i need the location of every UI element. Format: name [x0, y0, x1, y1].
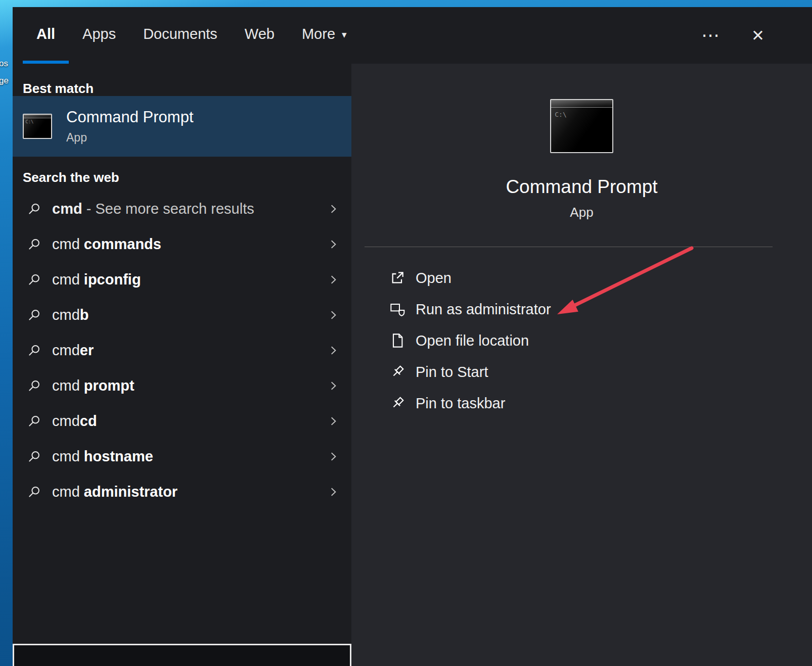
pin-to-start-icon [389, 364, 405, 380]
context-action-label: Open file location [416, 332, 529, 349]
action-open-file-location[interactable]: Open file location [351, 325, 812, 356]
tab-documents[interactable]: Documents [129, 7, 231, 64]
web-search-suggestion[interactable]: cmd ipconfig [13, 262, 351, 297]
tab-label: Web [245, 26, 275, 42]
more-options-icon[interactable]: ⋯ [697, 23, 725, 47]
search-tabs: All Apps Documents Web More ▾ [23, 7, 360, 64]
web-search-suggestion[interactable]: cmd prompt [13, 368, 351, 403]
open-icon [389, 270, 405, 286]
search-icon [28, 237, 41, 251]
tab-label: Apps [82, 26, 116, 42]
tab-more[interactable]: More ▾ [288, 7, 360, 64]
web-search-suggestion[interactable]: cmdb [13, 297, 351, 332]
web-search-suggestion[interactable]: cmd hostname [13, 439, 351, 474]
action-run-as-administrator[interactable]: Run as administrator [351, 294, 812, 325]
context-action-label: Run as administrator [416, 301, 551, 318]
web-search-suggestion[interactable]: cmd commands [13, 226, 351, 262]
chevron-right-icon[interactable] [328, 451, 339, 462]
chevron-right-icon[interactable] [328, 239, 339, 250]
context-action-label: Open [416, 270, 452, 287]
web-search-suggestion[interactable]: cmd - See more search results [13, 191, 351, 226]
web-search-suggestion[interactable]: cmd administrator [13, 474, 351, 509]
topbar-right-controls: ⋯ ✕ [697, 7, 812, 64]
chevron-right-icon[interactable] [328, 203, 339, 215]
search-results-column: Best match C:\ Command Prompt App Search… [13, 64, 351, 666]
suggestion-text: cmd commands [52, 236, 161, 253]
best-match-subtitle: App [66, 131, 194, 145]
chevron-right-icon[interactable] [328, 309, 339, 321]
suggestion-text: cmd administrator [52, 484, 177, 500]
tab-label: Documents [143, 26, 217, 42]
tab-all[interactable]: All [23, 7, 69, 64]
context-action-label: Pin to Start [416, 364, 488, 380]
search-icon [28, 273, 41, 287]
context-actions-list: Open Run as administrator Open file loca… [351, 262, 812, 419]
search-icon [28, 414, 41, 428]
context-action-label: Pin to taskbar [416, 395, 505, 412]
suggestion-text: cmd hostname [52, 448, 153, 465]
close-icon[interactable]: ✕ [747, 23, 769, 48]
chevron-right-icon[interactable] [328, 486, 339, 498]
chevron-down-icon: ▾ [342, 29, 347, 40]
command-prompt-icon: C:\ [23, 114, 52, 139]
command-prompt-icon: C:\ [550, 99, 613, 153]
suggestion-text: cmd ipconfig [52, 271, 141, 288]
search-tabs-bar: All Apps Documents Web More ▾ ⋯ ✕ [13, 7, 812, 64]
detail-app-subtitle: App [351, 205, 812, 220]
search-the-web-section-label: Search the web [23, 170, 351, 185]
suggestion-text: cmdcd [52, 413, 97, 430]
web-suggestions-list: cmd - See more search results cmd comman… [13, 191, 351, 509]
desktop-icon-label-fragment: os [0, 59, 8, 69]
search-icon [28, 450, 41, 463]
web-search-suggestion[interactable]: cmdcd [13, 403, 351, 439]
suggestion-text: cmd prompt [52, 377, 134, 394]
search-input[interactable] [13, 644, 351, 666]
best-match-result[interactable]: C:\ Command Prompt App [13, 96, 351, 157]
desktop-wallpaper: { "topbar": { "tabs": [ {"label": "All",… [0, 0, 812, 666]
action-open[interactable]: Open [351, 262, 812, 294]
web-search-suggestion[interactable]: cmder [13, 332, 351, 368]
tab-label: All [36, 26, 55, 42]
tab-label: More [302, 26, 335, 42]
action-pin-to-taskbar[interactable]: Pin to taskbar [351, 388, 812, 419]
tab-web[interactable]: Web [231, 7, 288, 64]
search-icon [28, 308, 41, 322]
detail-divider [365, 247, 773, 247]
detail-app-title: Command Prompt [351, 176, 812, 198]
pin-to-taskbar-icon [389, 395, 405, 411]
chevron-right-icon[interactable] [328, 345, 339, 356]
chevron-right-icon[interactable] [328, 415, 339, 427]
suggestion-text: cmdb [52, 307, 89, 323]
search-icon [28, 379, 41, 393]
search-icon [28, 485, 41, 499]
search-icon [28, 202, 41, 216]
best-match-title: Command Prompt [66, 108, 194, 126]
run-as-administrator-icon [389, 301, 405, 317]
desktop-icon-label-fragment: ge [0, 76, 9, 86]
chevron-right-icon[interactable] [328, 274, 339, 286]
best-match-section-label: Best match [23, 81, 351, 96]
start-search-panel: All Apps Documents Web More ▾ ⋯ ✕ Best m… [13, 7, 812, 666]
action-pin-to-start[interactable]: Pin to Start [351, 356, 812, 388]
suggestion-text: cmd - See more search results [52, 201, 254, 217]
result-detail-panel: C:\ Command Prompt App Open Run as admin… [351, 64, 812, 666]
suggestion-text: cmder [52, 342, 94, 359]
tab-apps[interactable]: Apps [69, 7, 129, 64]
open-file-location-icon [389, 332, 405, 349]
search-icon [28, 344, 41, 357]
chevron-right-icon[interactable] [328, 380, 339, 392]
